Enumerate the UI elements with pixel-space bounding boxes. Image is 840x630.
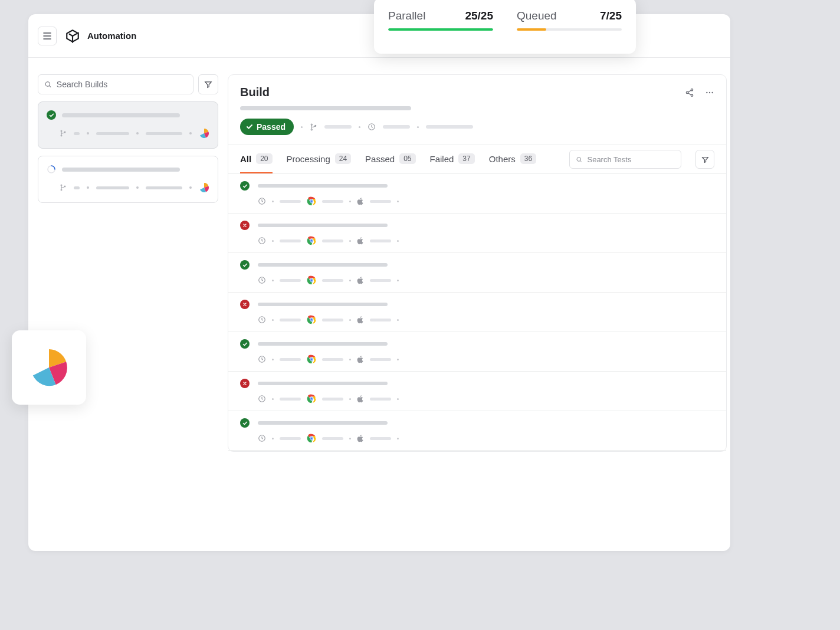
tab-processing[interactable]: Processing 24 — [287, 145, 352, 173]
branch-icon — [60, 130, 67, 137]
test-row[interactable] — [228, 214, 726, 253]
build-panel: Build Passed — [228, 74, 727, 452]
clock-icon — [258, 316, 266, 324]
build-card[interactable] — [38, 101, 218, 149]
svg-point-53 — [310, 437, 312, 439]
svg-point-1 — [61, 130, 62, 132]
stat-bar — [388, 28, 493, 31]
branch-icon — [310, 123, 317, 131]
filter-icon — [204, 80, 212, 88]
svg-point-38 — [310, 319, 312, 320]
test-row[interactable] — [228, 293, 726, 332]
svg-point-18 — [577, 157, 581, 161]
test-row[interactable] — [228, 253, 726, 293]
stat-value: 25/25 — [465, 9, 493, 22]
status-pass-icon — [240, 181, 250, 191]
test-row[interactable] — [228, 332, 726, 372]
clock-icon — [258, 434, 266, 442]
floating-integration-logo — [12, 330, 86, 405]
search-builds-input-wrap[interactable] — [38, 74, 193, 94]
clock-icon — [258, 197, 266, 205]
app-window: Automation — [28, 14, 730, 551]
status-badge: Passed — [240, 119, 294, 135]
tab-others[interactable]: Others 36 — [489, 145, 536, 173]
svg-point-12 — [709, 91, 710, 93]
chrome-icon — [307, 196, 316, 206]
content: Build Passed — [28, 58, 730, 551]
more-icon[interactable] — [705, 88, 714, 97]
chrome-icon — [307, 236, 316, 245]
stat-label: Queued — [517, 9, 557, 22]
svg-point-14 — [311, 124, 312, 125]
svg-point-11 — [706, 91, 707, 93]
search-builds-input[interactable] — [57, 80, 187, 89]
apple-icon — [357, 197, 364, 205]
clock-icon — [258, 276, 266, 284]
svg-point-0 — [45, 82, 50, 86]
test-row[interactable] — [228, 411, 726, 451]
stat-parallel: Parallel 25/25 — [388, 9, 493, 43]
test-list — [228, 174, 726, 451]
status-fail-icon — [240, 300, 250, 309]
filter-icon — [701, 156, 709, 163]
tab-count: 20 — [256, 153, 272, 164]
status-fail-icon — [240, 221, 250, 230]
hamburger-icon — [43, 32, 51, 40]
filter-builds-button[interactable] — [198, 74, 218, 94]
svg-point-13 — [711, 91, 713, 93]
svg-point-23 — [310, 200, 312, 202]
svg-point-5 — [61, 185, 62, 186]
status-pass-icon — [240, 418, 250, 428]
apple-icon — [357, 316, 364, 324]
build-card[interactable] — [38, 156, 218, 203]
chrome-icon — [307, 315, 316, 324]
svg-point-43 — [310, 358, 312, 360]
integration-logo-icon — [199, 128, 209, 139]
brand-logo-icon — [65, 28, 80, 44]
app-title: Automation — [87, 31, 136, 41]
apple-icon — [357, 355, 364, 363]
svg-point-6 — [61, 189, 62, 191]
apple-icon — [357, 434, 364, 442]
integration-logo-icon — [199, 182, 209, 193]
clock-icon — [258, 395, 266, 403]
svg-point-48 — [310, 398, 312, 399]
search-tests-input[interactable] — [587, 155, 675, 164]
clock-icon — [258, 237, 266, 245]
search-icon — [576, 156, 582, 163]
chrome-icon — [307, 394, 316, 403]
tab-passed[interactable]: Passed 05 — [365, 145, 415, 173]
svg-point-28 — [310, 239, 312, 241]
search-tests-input-wrap[interactable] — [569, 150, 681, 169]
tab-count: 36 — [520, 153, 536, 164]
tab-count: 37 — [458, 153, 474, 164]
page-title: Build — [240, 86, 270, 99]
stats-popover: Parallel 25/25 Queued 7/25 — [374, 0, 636, 54]
test-row[interactable] — [228, 372, 726, 411]
svg-point-2 — [61, 135, 62, 136]
chrome-icon — [307, 355, 316, 364]
svg-point-33 — [310, 279, 312, 281]
stat-value: 7/25 — [600, 9, 622, 22]
menu-button[interactable] — [38, 27, 57, 45]
integration-logo-icon — [28, 347, 70, 388]
status-pass-icon — [240, 339, 250, 349]
share-icon[interactable] — [685, 88, 694, 97]
status-pass-icon — [240, 260, 250, 270]
tab-failed[interactable]: Failed 37 — [430, 145, 475, 173]
stat-bar — [517, 28, 622, 31]
test-row[interactable] — [228, 174, 726, 214]
tab-count: 24 — [335, 153, 351, 164]
status-loading-icon — [47, 165, 56, 174]
status-fail-icon — [240, 379, 250, 388]
placeholder-text — [62, 113, 180, 117]
sidebar — [28, 58, 228, 551]
filter-tests-button[interactable] — [695, 150, 714, 169]
branch-icon — [60, 184, 67, 191]
tab-all[interactable]: All 20 — [240, 145, 273, 173]
clock-icon — [258, 355, 266, 363]
stat-label: Parallel — [388, 9, 425, 22]
svg-point-15 — [311, 129, 312, 130]
chrome-icon — [307, 434, 316, 443]
apple-icon — [357, 237, 364, 245]
